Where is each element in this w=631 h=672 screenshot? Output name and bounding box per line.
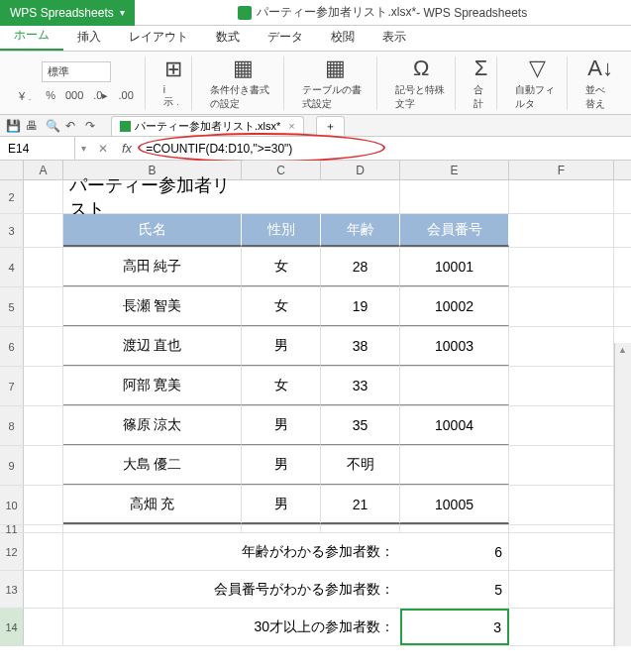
- tab-layout[interactable]: レイアウト: [115, 24, 202, 51]
- col-header-E[interactable]: E: [400, 161, 509, 179]
- th-name[interactable]: 氏名: [63, 214, 242, 247]
- tab-data[interactable]: データ: [254, 24, 317, 51]
- name-box-dropdown-icon[interactable]: ▾: [75, 143, 92, 154]
- indent-label: i示﹒: [163, 84, 183, 109]
- active-cell-E14[interactable]: 3: [400, 609, 509, 645]
- undo-icon[interactable]: ↶: [65, 119, 79, 133]
- cond-format-label: 条件付き書式の設定: [210, 83, 276, 111]
- ribbon-sort[interactable]: A↓ 並べ替え: [578, 56, 623, 110]
- formula-text: =COUNTIF(D4:D10,">=30"): [146, 142, 292, 156]
- tab-insert[interactable]: 挿入: [63, 24, 115, 51]
- row-header-2[interactable]: 2: [0, 180, 24, 213]
- comma-icon[interactable]: 000: [62, 88, 86, 105]
- table-style-label: テーブルの書式設定: [302, 83, 368, 111]
- app-logo-text: WPS Spreadsheets: [10, 6, 114, 20]
- row-header-3[interactable]: 3: [0, 214, 24, 247]
- sigma-icon: Σ: [474, 56, 488, 81]
- preview-icon[interactable]: 🔍: [46, 119, 59, 133]
- document-tab-label: パーティー参加者リスト.xlsx*: [135, 119, 280, 134]
- col-header-D[interactable]: D: [321, 161, 400, 179]
- tab-review[interactable]: 校閲: [317, 24, 368, 51]
- row-header-13[interactable]: 13: [0, 571, 24, 608]
- number-format-select[interactable]: 標準: [42, 61, 111, 82]
- th-member-no[interactable]: 会員番号: [400, 214, 509, 247]
- ribbon: 標準 ¥﹒ % 000 .0▸ .00 ⊞ i示﹒ ▦ 条件付き書式の設定 ▦ …: [0, 52, 631, 115]
- cell-B2-title[interactable]: パーティー参加者リスト: [63, 180, 242, 213]
- row-header-8[interactable]: 8: [0, 406, 24, 445]
- fx-icon[interactable]: fx: [114, 141, 140, 156]
- decimal-dec-icon[interactable]: .00: [115, 88, 136, 105]
- decimal-inc-icon[interactable]: .0▸: [90, 88, 111, 105]
- vertical-scrollbar[interactable]: [614, 343, 631, 646]
- tab-formula[interactable]: 数式: [202, 24, 254, 51]
- col-header-C[interactable]: C: [242, 161, 321, 179]
- ribbon-group-style: ⊞ i示﹒: [156, 56, 192, 110]
- ribbon-group-number: 標準 ¥﹒ % 000 .0▸ .00: [8, 56, 146, 110]
- symbol-label: 記号と特殊文字: [395, 83, 447, 111]
- row-header-12[interactable]: 12: [0, 533, 24, 570]
- summary-value-2[interactable]: 5: [400, 571, 509, 608]
- ribbon-sum[interactable]: Σ 合計: [466, 56, 497, 110]
- tab-view[interactable]: 表示: [368, 24, 420, 51]
- cond-format-icon: ▦: [233, 56, 254, 81]
- formula-bar-row: E14 ▾ ✕ fx =COUNTIF(D4:D10,">=30"): [0, 137, 631, 161]
- th-gender[interactable]: 性別: [242, 214, 321, 247]
- summary-value-1[interactable]: 6: [400, 533, 509, 570]
- summary-label-1[interactable]: 年齢がわかる参加者数：: [63, 533, 400, 570]
- row-header-14[interactable]: 14: [0, 609, 24, 645]
- window-title-doc: パーティー参加者リスト.xlsx*: [257, 4, 416, 21]
- formula-input[interactable]: =COUNTIF(D4:D10,">=30"): [140, 137, 631, 161]
- document-tab[interactable]: パーティー参加者リスト.xlsx* ×: [111, 116, 304, 136]
- ribbon-cond-format[interactable]: ▦ 条件付き書式の設定: [202, 56, 285, 110]
- col-header-F[interactable]: F: [509, 161, 614, 179]
- new-tab-button[interactable]: ＋: [316, 116, 345, 136]
- close-tab-icon[interactable]: ×: [288, 120, 294, 132]
- name-box[interactable]: E14: [0, 137, 75, 161]
- document-icon: [120, 121, 131, 132]
- document-icon: [238, 6, 252, 20]
- sum-label: 合計: [473, 83, 488, 111]
- row-header-11[interactable]: 11: [0, 525, 24, 532]
- filter-label: 自動フィルタ: [515, 83, 559, 111]
- th-age[interactable]: 年齢: [321, 214, 400, 247]
- quick-access-toolbar: 💾 🖶 🔍 ↶ ↷ パーティー参加者リスト.xlsx* × ＋: [0, 115, 631, 137]
- omega-icon: Ω: [413, 56, 429, 81]
- border-icon[interactable]: ⊞: [164, 56, 182, 82]
- funnel-icon: ▽: [529, 56, 546, 81]
- save-icon[interactable]: 💾: [6, 119, 20, 133]
- redo-icon[interactable]: ↷: [85, 119, 99, 133]
- summary-label-2[interactable]: 会員番号がわかる参加者数：: [63, 571, 400, 608]
- row-header-10[interactable]: 10: [0, 486, 24, 524]
- row-3-headers: 3 氏名 性別 年齢 会員番号: [0, 214, 631, 248]
- table-icon: ▦: [325, 56, 346, 81]
- row-header-7[interactable]: 7: [0, 367, 24, 405]
- window-title: パーティー参加者リスト.xlsx* - WPS Spreadsheets: [238, 4, 527, 21]
- ribbon-filter[interactable]: ▽ 自動フィルタ: [507, 56, 568, 110]
- cell-name[interactable]: 高田 純子: [63, 248, 242, 286]
- row-header-6[interactable]: 6: [0, 327, 24, 366]
- select-all-corner[interactable]: [0, 161, 24, 179]
- sort-label: 並べ替え: [585, 83, 615, 111]
- row-header-4[interactable]: 4: [0, 248, 24, 286]
- ribbon-tabs: ホーム 挿入 レイアウト 数式 データ 校閲 表示: [0, 26, 631, 52]
- ribbon-table-style[interactable]: ▦ テーブルの書式設定: [294, 56, 377, 110]
- ribbon-symbol[interactable]: Ω 記号と特殊文字: [387, 56, 456, 110]
- print-icon[interactable]: 🖶: [26, 119, 40, 133]
- title-bar: WPS Spreadsheets ▾ パーティー参加者リスト.xlsx* - W…: [0, 0, 631, 26]
- window-title-suffix: - WPS Spreadsheets: [416, 6, 527, 20]
- col-header-A[interactable]: A: [24, 161, 63, 179]
- cell-A2[interactable]: [24, 180, 63, 213]
- spreadsheet-grid[interactable]: A B C D E F 2 パーティー参加者リスト 3 氏名 性別 年齢 会員番…: [0, 161, 631, 646]
- chevron-down-icon: ▾: [120, 7, 125, 18]
- cancel-formula-icon[interactable]: ✕: [92, 142, 114, 156]
- row-2: 2 パーティー参加者リスト: [0, 180, 631, 214]
- row-header-9[interactable]: 9: [0, 446, 24, 485]
- summary-label-3[interactable]: 30才以上の参加者数：: [63, 609, 400, 645]
- currency-icon[interactable]: ¥﹒: [16, 88, 39, 105]
- percent-icon[interactable]: %: [43, 88, 58, 105]
- row-header-5[interactable]: 5: [0, 287, 24, 326]
- sort-icon: A↓: [587, 56, 613, 81]
- tab-home[interactable]: ホーム: [0, 22, 63, 51]
